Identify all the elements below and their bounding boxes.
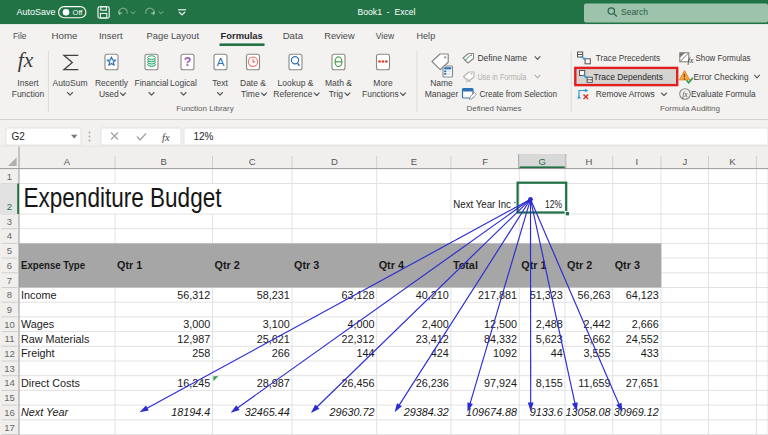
- svg-text:Search: Search: [621, 7, 648, 17]
- svg-text:25,621: 25,621: [257, 333, 290, 345]
- svg-text:5: 5: [7, 245, 12, 256]
- svg-text:Use in Formula: Use in Formula: [477, 72, 526, 82]
- svg-text:Error Checking: Error Checking: [694, 72, 749, 82]
- svg-text:Logical: Logical: [170, 78, 197, 88]
- svg-text:Function Library: Function Library: [176, 104, 233, 113]
- svg-text:2,442: 2,442: [583, 318, 610, 330]
- svg-text:Defined Names: Defined Names: [466, 104, 521, 113]
- svg-text:fx: fx: [18, 49, 34, 72]
- svg-text:I: I: [636, 156, 639, 167]
- svg-text:Used: Used: [99, 89, 119, 99]
- svg-text:56,263: 56,263: [577, 289, 610, 301]
- svg-text:64,123: 64,123: [626, 289, 659, 301]
- svg-text:3,000: 3,000: [183, 318, 210, 330]
- svg-text:Functions: Functions: [362, 89, 399, 99]
- svg-text:9: 9: [7, 304, 12, 315]
- svg-text:Lookup &: Lookup &: [278, 78, 314, 88]
- svg-text:1: 1: [7, 171, 12, 182]
- svg-text:Trace Precedents: Trace Precedents: [596, 53, 660, 63]
- svg-text:Qtr 3: Qtr 3: [615, 259, 640, 271]
- svg-text:Income: Income: [21, 289, 56, 301]
- svg-text:Remove Arrows: Remove Arrows: [596, 89, 655, 99]
- svg-text:Help: Help: [417, 30, 436, 41]
- svg-text:?: ?: [184, 55, 192, 69]
- svg-text:5,623: 5,623: [536, 333, 563, 345]
- svg-text:10: 10: [4, 319, 15, 330]
- svg-text:8,155: 8,155: [536, 377, 563, 389]
- svg-text:44: 44: [551, 347, 563, 359]
- svg-text:AutoSum: AutoSum: [53, 78, 88, 88]
- svg-text:fx: fx: [682, 90, 688, 99]
- svg-text:12%: 12%: [545, 199, 562, 210]
- svg-text:Next Year Inc :: Next Year Inc :: [453, 199, 516, 210]
- svg-text:Evaluate Formula: Evaluate Formula: [691, 89, 756, 99]
- svg-text:E: E: [411, 156, 417, 167]
- svg-text:Time: Time: [241, 89, 260, 99]
- svg-text:Financial: Financial: [134, 78, 168, 88]
- svg-text:266: 266: [272, 347, 290, 359]
- svg-text:32465.44: 32465.44: [245, 406, 290, 418]
- svg-text:24,552: 24,552: [626, 333, 659, 345]
- svg-text:J: J: [682, 156, 687, 167]
- svg-text:Function: Function: [12, 89, 45, 99]
- svg-text:Text: Text: [212, 78, 228, 88]
- svg-text:424: 424: [431, 347, 449, 359]
- svg-text:Total: Total: [453, 259, 478, 271]
- svg-text:Manager: Manager: [425, 89, 459, 99]
- svg-text:D: D: [331, 156, 338, 167]
- svg-text:Book1 - Excel: Book1 - Excel: [358, 6, 416, 17]
- svg-text:6: 6: [7, 260, 12, 271]
- svg-text:H: H: [585, 156, 592, 167]
- svg-text:2,666: 2,666: [632, 318, 659, 330]
- svg-text:View: View: [376, 30, 394, 41]
- svg-text:26,236: 26,236: [416, 377, 449, 389]
- svg-text:3: 3: [7, 216, 12, 227]
- svg-text:18194.4: 18194.4: [171, 406, 210, 418]
- svg-text:Show Formulas: Show Formulas: [696, 53, 751, 63]
- svg-text:Qtr 2: Qtr 2: [215, 259, 240, 271]
- svg-text:17: 17: [4, 422, 15, 433]
- svg-text:Insert: Insert: [17, 78, 39, 88]
- svg-text:Create from Selection: Create from Selection: [480, 89, 558, 99]
- svg-text:7: 7: [7, 275, 12, 286]
- svg-text:B: B: [161, 156, 167, 167]
- svg-text:11: 11: [5, 333, 15, 344]
- svg-text:F: F: [482, 156, 488, 167]
- svg-text:12: 12: [4, 348, 15, 359]
- svg-text:12,500: 12,500: [484, 318, 517, 330]
- svg-text:56,312: 56,312: [177, 289, 210, 301]
- svg-text:A: A: [64, 156, 71, 167]
- svg-text:11,659: 11,659: [578, 377, 610, 389]
- svg-text:fx: fx: [466, 76, 472, 84]
- svg-text:63,128: 63,128: [341, 289, 374, 301]
- svg-text:Freight: Freight: [21, 347, 55, 359]
- svg-text:fx: fx: [162, 132, 170, 143]
- svg-text:Data: Data: [283, 30, 304, 41]
- svg-text:16: 16: [4, 407, 15, 418]
- svg-text:Name: Name: [430, 78, 453, 88]
- svg-text:Date &: Date &: [240, 78, 266, 88]
- svg-text:2,400: 2,400: [422, 318, 449, 330]
- svg-text:22,312: 22,312: [341, 333, 374, 345]
- svg-text:File: File: [13, 30, 27, 41]
- svg-text:Math &: Math &: [325, 78, 352, 88]
- svg-text:G: G: [538, 156, 545, 167]
- svg-text:9133.6: 9133.6: [530, 406, 563, 418]
- svg-text:Page Layout: Page Layout: [147, 30, 200, 41]
- svg-text:Expense Type: Expense Type: [21, 259, 85, 271]
- svg-text:58,231: 58,231: [257, 289, 290, 301]
- svg-text:29384.32: 29384.32: [403, 406, 449, 418]
- svg-text:Recently: Recently: [95, 78, 129, 88]
- svg-text:97,924: 97,924: [484, 377, 517, 389]
- svg-text:Direct Costs: Direct Costs: [21, 377, 80, 389]
- svg-text:K: K: [729, 156, 736, 167]
- svg-text:258: 258: [192, 347, 210, 359]
- svg-text:A: A: [217, 56, 225, 68]
- svg-text:13: 13: [4, 363, 15, 374]
- svg-text:Trig: Trig: [329, 89, 344, 99]
- svg-text:13058.08: 13058.08: [565, 406, 610, 418]
- svg-text:12,987: 12,987: [177, 333, 210, 345]
- svg-text:4: 4: [7, 230, 12, 241]
- svg-text:Qtr 1: Qtr 1: [117, 259, 142, 271]
- svg-text:217,881: 217,881: [478, 289, 517, 301]
